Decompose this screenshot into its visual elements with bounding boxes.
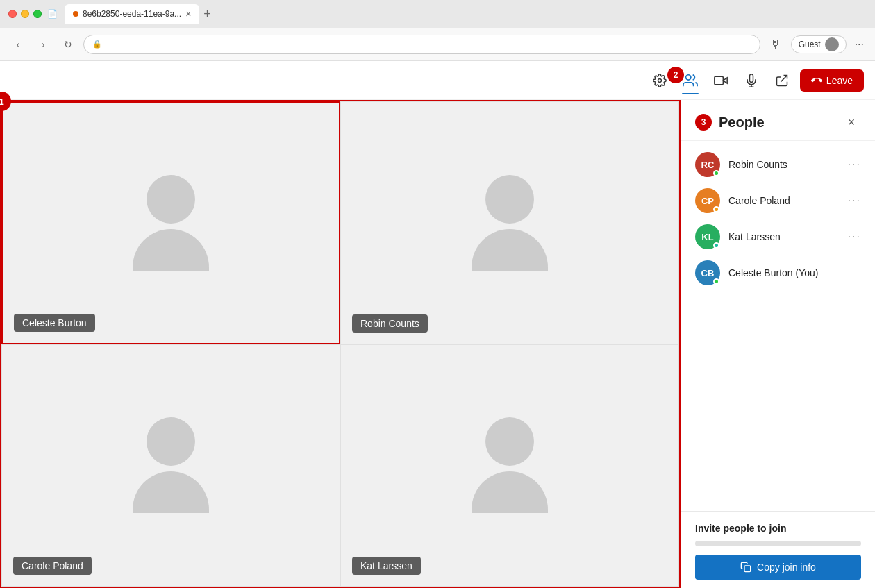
avatar-carole xyxy=(133,417,209,513)
invite-section: Invite people to join Copy join info xyxy=(681,511,875,588)
invite-url-bar xyxy=(695,541,861,546)
avatar-head xyxy=(485,175,534,224)
panel-title-row: 3 People xyxy=(695,114,765,131)
copy-icon xyxy=(740,562,751,573)
participant-name-celeste: Celeste Burton (You) xyxy=(728,267,861,278)
avatar-body xyxy=(472,471,548,513)
panel-close-button[interactable]: × xyxy=(842,112,861,132)
svg-rect-3 xyxy=(715,76,724,85)
microphone-icon xyxy=(744,74,758,87)
video-cell-carole: Carole Poland xyxy=(1,344,340,587)
phone-icon xyxy=(811,75,822,86)
name-tag-celeste: Celeste Burton xyxy=(14,314,95,332)
participant-item-carole[interactable]: CP Carole Poland ··· xyxy=(681,183,875,219)
participant-more-robin[interactable]: ··· xyxy=(848,158,861,171)
new-tab-button[interactable]: + xyxy=(203,8,211,20)
video-grid: 1 Celeste Burton Robin Counts xyxy=(0,100,681,588)
tab-close-button[interactable]: × xyxy=(185,8,191,19)
forward-button[interactable]: › xyxy=(33,35,53,54)
toolbar: 2 xyxy=(0,61,875,100)
share-screen-icon xyxy=(775,74,789,87)
svg-marker-2 xyxy=(723,77,727,83)
participant-name-robin: Robin Counts xyxy=(728,159,840,170)
guest-avatar xyxy=(825,37,839,51)
traffic-lights xyxy=(8,10,42,18)
tab-title: 8e6b2850-eeda-11ea-9a... xyxy=(83,9,181,19)
participant-name-kat: Kat Larssen xyxy=(728,231,840,242)
video-cell-robin: Robin Counts xyxy=(340,101,679,344)
people-panel: 3 People × RC Robin Counts ··· xyxy=(681,100,875,588)
guest-menu[interactable]: Guest xyxy=(791,35,847,53)
avatar-head xyxy=(147,175,195,224)
svg-point-0 xyxy=(658,78,661,82)
step2-badge: 2 xyxy=(667,67,684,83)
copy-join-info-button[interactable]: Copy join info xyxy=(695,555,861,580)
avatar-kat xyxy=(472,417,548,513)
name-tag-carole: Carole Poland xyxy=(13,557,92,575)
participant-more-kat[interactable]: ··· xyxy=(848,230,861,243)
minimize-traffic-light[interactable] xyxy=(21,10,29,18)
avatar-robin xyxy=(472,175,548,271)
guest-label: Guest xyxy=(799,40,821,49)
browser-more-button[interactable]: ··· xyxy=(852,38,867,51)
back-button[interactable]: ‹ xyxy=(8,35,28,54)
mic-button[interactable] xyxy=(739,68,764,93)
participant-name-carole: Carole Poland xyxy=(728,195,840,206)
nav-bar: ‹ › ↻ 🔒 🎙 Guest ··· xyxy=(0,28,875,61)
avatar-celeste xyxy=(133,175,209,271)
maximize-traffic-light[interactable] xyxy=(33,10,42,18)
active-tab[interactable]: 8e6b2850-eeda-11ea-9a... × xyxy=(65,4,199,24)
panel-title: People xyxy=(719,115,765,131)
step3-badge: 3 xyxy=(695,114,712,131)
avatar-body xyxy=(133,471,209,513)
name-tag-kat: Kat Larssen xyxy=(352,557,421,575)
participant-item-celeste[interactable]: CB Celeste Burton (You) xyxy=(681,255,875,291)
video-icon xyxy=(714,74,728,87)
participant-list: RC Robin Counts ··· CP Carole Poland ··· xyxy=(681,141,875,511)
online-dot-carole xyxy=(713,206,719,212)
mic-icon: 🎙 xyxy=(766,35,785,54)
avatar-head xyxy=(485,417,534,466)
share-screen-button[interactable] xyxy=(769,68,794,93)
close-traffic-light[interactable] xyxy=(8,10,17,18)
panel-header: 3 People × xyxy=(681,100,875,141)
svg-rect-6 xyxy=(744,566,751,572)
tab-recording-dot xyxy=(73,11,78,17)
people-icon xyxy=(683,73,698,88)
tab-area: 📄 8e6b2850-eeda-11ea-9a... × + xyxy=(47,4,867,24)
refresh-button[interactable]: ↻ xyxy=(58,35,78,54)
participant-more-carole[interactable]: ··· xyxy=(848,194,861,207)
participant-item-robin[interactable]: RC Robin Counts ··· xyxy=(681,146,875,183)
gear-icon xyxy=(653,74,667,87)
participant-item-kat[interactable]: KL Kat Larssen ··· xyxy=(681,219,875,255)
video-button[interactable] xyxy=(708,68,733,93)
leave-button[interactable]: Leave xyxy=(800,69,864,92)
online-dot-robin xyxy=(713,170,719,176)
avatar-body xyxy=(472,229,548,271)
video-cell-kat: Kat Larssen xyxy=(340,344,679,587)
title-bar: 📄 8e6b2850-eeda-11ea-9a... × + xyxy=(0,0,875,28)
participant-avatar-celeste: CB xyxy=(695,260,720,285)
browser-chrome: 📄 8e6b2850-eeda-11ea-9a... × + ‹ › ↻ 🔒 🎙… xyxy=(0,0,875,61)
content-area: 1 Celeste Burton Robin Counts xyxy=(0,100,875,588)
leave-label: Leave xyxy=(826,75,853,86)
name-tag-robin: Robin Counts xyxy=(352,314,428,333)
participant-avatar-kat: KL xyxy=(695,224,720,249)
app-area: 2 xyxy=(0,61,875,588)
participant-avatar-robin: RC xyxy=(695,152,720,177)
invite-title: Invite people to join xyxy=(695,523,861,534)
copy-label: Copy join info xyxy=(757,562,816,573)
avatar-head xyxy=(147,417,195,466)
svg-point-1 xyxy=(685,74,690,79)
address-bar[interactable]: 🔒 xyxy=(83,35,760,54)
online-dot-celeste xyxy=(713,278,719,285)
video-cell-celeste: Celeste Burton xyxy=(1,101,340,344)
participant-avatar-carole: CP xyxy=(695,188,720,213)
lock-icon: 🔒 xyxy=(92,40,102,49)
online-dot-kat xyxy=(713,242,719,249)
avatar-body xyxy=(133,229,209,271)
